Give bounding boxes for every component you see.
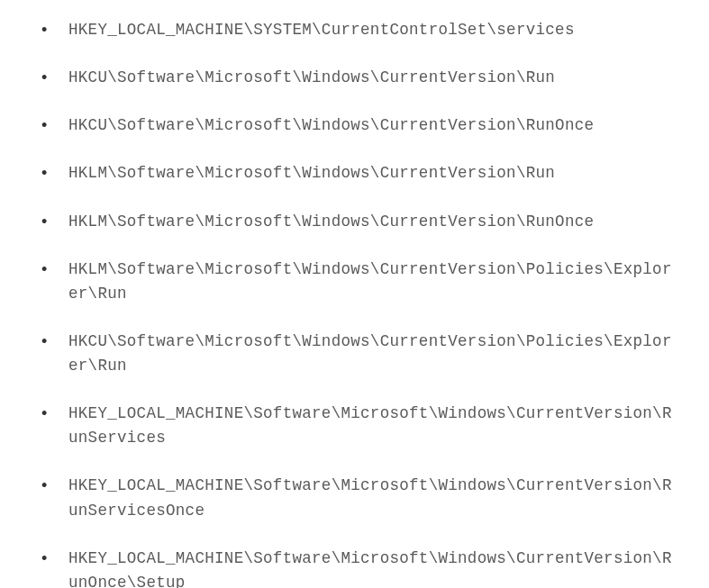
list-item: HKLM\Software\Microsoft\Windows\CurrentV… xyxy=(36,161,673,185)
list-item: HKEY_LOCAL_MACHINE\Software\Microsoft\Wi… xyxy=(36,474,673,522)
list-item: HKLM\Software\Microsoft\Windows\CurrentV… xyxy=(36,210,673,234)
list-item: HKEY_LOCAL_MACHINE\Software\Microsoft\Wi… xyxy=(36,402,673,450)
list-item: HKCU\Software\Microsoft\Windows\CurrentV… xyxy=(36,113,673,138)
registry-paths-list: HKEY_LOCAL_MACHINE\SYSTEM\CurrentControl… xyxy=(36,18,673,588)
list-item: HKEY_LOCAL_MACHINE\Software\Microsoft\Wi… xyxy=(36,547,673,588)
list-item: HKCU\Software\Microsoft\Windows\CurrentV… xyxy=(36,66,673,90)
list-item: HKCU\Software\Microsoft\Windows\CurrentV… xyxy=(36,330,673,378)
list-item: HKEY_LOCAL_MACHINE\SYSTEM\CurrentControl… xyxy=(36,18,673,42)
list-item: HKLM\Software\Microsoft\Windows\CurrentV… xyxy=(36,258,673,306)
